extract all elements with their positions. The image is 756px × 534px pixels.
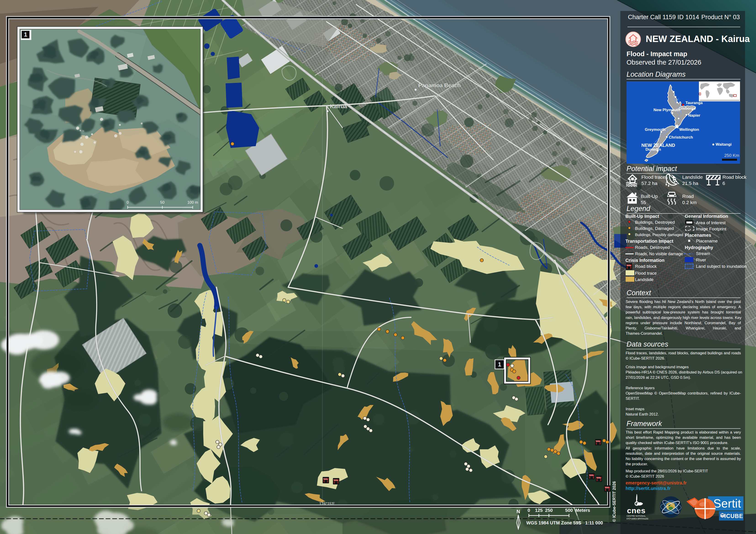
svg-text:NEW ZEALAND: NEW ZEALAND	[641, 143, 675, 148]
svg-text:250 Km: 250 Km	[724, 153, 739, 158]
svg-text:Dunedin: Dunedin	[645, 147, 661, 151]
svg-text:Napier: Napier	[688, 113, 700, 118]
svg-text:Wellington: Wellington	[679, 127, 699, 132]
svg-text:Greymouth: Greymouth	[645, 127, 665, 132]
svg-text:CENTRE NATIONAL: CENTRE NATIONAL	[627, 515, 646, 517]
svg-text:Waitangi: Waitangi	[716, 142, 732, 147]
svg-text:Christchurch: Christchurch	[669, 135, 693, 140]
svg-text:Sertit: Sertit	[713, 497, 741, 510]
svg-text:New Plymouth: New Plymouth	[654, 108, 680, 112]
svg-text:Gisborne: Gisborne	[679, 106, 696, 111]
svg-text:D’ÉTUDES SPATIALES: D’ÉTUDES SPATIALES	[627, 518, 648, 520]
svg-text:ICUBE: ICUBE	[724, 513, 743, 519]
svg-text:cnes: cnes	[627, 506, 646, 515]
